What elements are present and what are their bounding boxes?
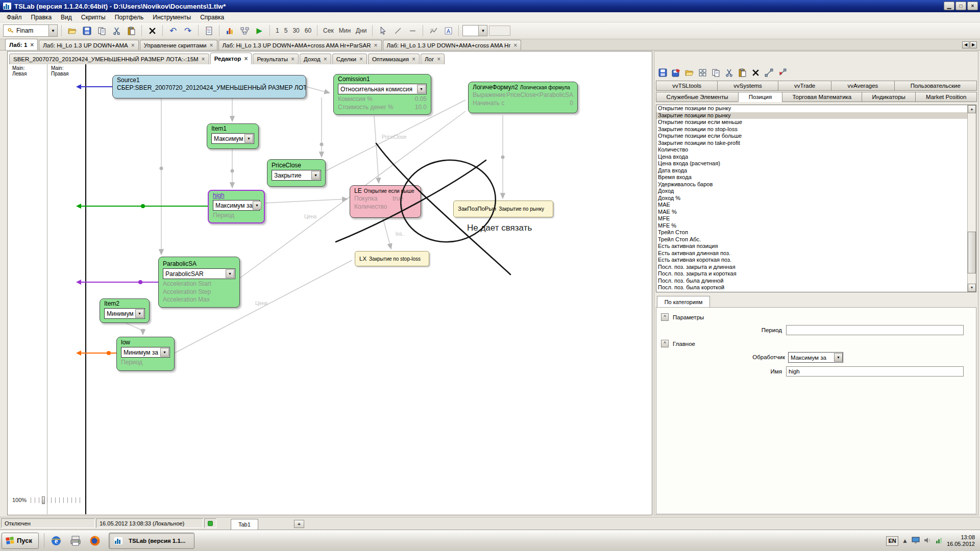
- block-close-by-market[interactable]: ЗакПозПоРын Закрытие по рынку: [453, 201, 553, 217]
- quicklaunch-firefox[interactable]: [87, 533, 103, 548]
- palette-copy-button[interactable]: [710, 67, 721, 78]
- lab-tab[interactable]: Лаб: Hi_Lo 1.3 UP DOWN+AMA ×: [39, 40, 138, 50]
- block-le[interactable]: LEОткрытие если выше Покупкаtrue Количес…: [350, 185, 421, 218]
- palette-tab[interactable]: Market Position: [915, 92, 977, 102]
- undo-button[interactable]: ↶: [166, 24, 180, 37]
- copy-button[interactable]: [95, 24, 108, 37]
- palette-item[interactable]: Открытие позиции если меньше: [656, 119, 976, 126]
- palette-item[interactable]: Открытие позиции по рынку: [656, 105, 976, 112]
- close-icon[interactable]: ×: [291, 56, 295, 62]
- doc-tab[interactable]: Оптимизация ×: [368, 54, 420, 64]
- maximize-button[interactable]: □: [955, 2, 966, 10]
- palette-item[interactable]: Трейл Стоп: [656, 229, 976, 236]
- taskbar-tslab-button[interactable]: TSLab (версия 1.1...: [109, 533, 194, 549]
- tray-display-icon[interactable]: [912, 536, 920, 546]
- palette-link-button[interactable]: [763, 67, 774, 78]
- palette-item[interactable]: Доход %: [656, 195, 976, 202]
- category-tab[interactable]: По категориям: [657, 296, 710, 308]
- block-parabolicsa[interactable]: ParabolicSA ParabolicSAR▼ Acceleration S…: [158, 257, 240, 308]
- close-icon[interactable]: ×: [412, 56, 415, 62]
- unit-button[interactable]: Мин: [337, 27, 353, 34]
- open-button[interactable]: [65, 24, 79, 37]
- palette-item[interactable]: Трейл Стоп Абс.: [656, 236, 976, 243]
- doc-tab[interactable]: Сделки ×: [332, 54, 367, 64]
- palette-unlink-button[interactable]: [776, 67, 788, 78]
- block-comission1[interactable]: Comission1 Относительная комиссия ▼ Коми…: [333, 74, 431, 115]
- close-icon[interactable]: ×: [210, 42, 213, 48]
- provider-combo[interactable]: Finam ▼: [3, 24, 58, 37]
- hline-tool-button[interactable]: [406, 24, 419, 37]
- tray-network-icon[interactable]: [935, 536, 943, 546]
- period-input[interactable]: [786, 325, 964, 335]
- properties-button[interactable]: [202, 24, 215, 37]
- palette-item[interactable]: Цена входа (расчетная): [656, 160, 976, 167]
- palette-item[interactable]: Посл. поз. закрыта и короткая: [656, 270, 976, 278]
- script-diagram-button[interactable]: [238, 24, 251, 37]
- palette-item[interactable]: MFE %: [656, 222, 976, 230]
- block-dropdown[interactable]: Минимум▼: [104, 308, 145, 319]
- close-icon[interactable]: ×: [513, 42, 517, 48]
- block-priceclose[interactable]: PriceClose Закрытие▼: [267, 159, 326, 187]
- palette-item[interactable]: Посл. поз. была короткой: [656, 284, 976, 291]
- palette-paste-button[interactable]: [737, 67, 748, 78]
- close-icon[interactable]: ×: [359, 56, 363, 62]
- tray-volume-icon[interactable]: [923, 536, 932, 546]
- name-input[interactable]: [786, 366, 964, 377]
- lab-tab[interactable]: Управление скриптами ×: [140, 40, 217, 50]
- palette-item[interactable]: Открытие позиции если больше: [656, 133, 976, 140]
- block-dropdown[interactable]: Закрытие▼: [272, 170, 321, 181]
- close-icon[interactable]: ×: [244, 56, 248, 62]
- block-source1[interactable]: Source1 СБЕР:SBER_20070720_20120424_УМЕН…: [112, 75, 306, 98]
- doc-tab[interactable]: Редактор ×: [210, 53, 252, 64]
- lab-tab[interactable]: Лаб: Hi_Lo 1.3 UP DOWN+AMA+cross AMA Hr …: [383, 40, 522, 50]
- palette-item[interactable]: Цена входа: [656, 154, 976, 161]
- workspace-tab[interactable]: Tab1: [231, 519, 258, 530]
- palette-item[interactable]: Посл. поз. закрыта и длинная: [656, 264, 976, 271]
- paste-button[interactable]: [125, 24, 138, 37]
- select-tool-button[interactable]: [376, 24, 389, 37]
- palette-item[interactable]: Есть активная длинная поз.: [656, 250, 976, 257]
- palette-saveas-button[interactable]: [670, 67, 681, 78]
- delete-button[interactable]: [145, 24, 159, 37]
- scroll-up-icon[interactable]: ▲: [968, 105, 976, 113]
- menu-item[interactable]: Правка: [27, 13, 57, 22]
- chart-button[interactable]: [223, 24, 236, 37]
- doc-tab[interactable]: Результаты ×: [253, 54, 299, 64]
- block-dropdown[interactable]: Максимум за▼: [213, 200, 260, 211]
- block-dropdown[interactable]: Относительная комиссия ▼: [338, 84, 427, 94]
- scrollbar-thumb[interactable]: [968, 232, 976, 273]
- palette-tab[interactable]: Индикаторы: [862, 92, 916, 102]
- block-high[interactable]: high Максимум за▼ Период: [208, 190, 265, 223]
- line-tool-button[interactable]: [391, 24, 404, 37]
- block-logic-formula2[interactable]: ЛогичеФормул2Логическая формула Выражени…: [468, 82, 578, 113]
- block-dropdown[interactable]: ParabolicSAR▼: [163, 268, 235, 279]
- close-icon[interactable]: ×: [324, 56, 327, 62]
- menu-item[interactable]: Скрипты: [77, 13, 110, 22]
- palette-item[interactable]: Доход: [656, 188, 976, 195]
- zoom-slider[interactable]: [31, 497, 84, 503]
- close-icon[interactable]: ×: [374, 42, 378, 48]
- lab-tab[interactable]: Лаб: 1 ×: [5, 39, 38, 50]
- block-dropdown[interactable]: Максимум▼: [211, 133, 254, 144]
- run-button[interactable]: ▶: [253, 24, 266, 37]
- doc-tab[interactable]: SBER_20070720_20120424_УМЕНЬШЕННЫЙ РАЗМЕ…: [9, 54, 209, 64]
- redo-button[interactable]: ↷: [181, 24, 194, 37]
- language-indicator[interactable]: EN: [886, 536, 898, 546]
- unit-button[interactable]: Дни: [354, 27, 369, 34]
- quicklaunch-browser[interactable]: e: [48, 533, 64, 548]
- start-button[interactable]: Пуск: [2, 533, 39, 549]
- block-low[interactable]: low Минимум за▼ Период: [116, 337, 175, 371]
- cut-button[interactable]: [110, 24, 123, 37]
- palette-item[interactable]: Удерживалось баров: [656, 181, 976, 188]
- menu-item[interactable]: Инструменты: [148, 13, 195, 22]
- palette-item[interactable]: Количество: [656, 146, 976, 154]
- palette-tab[interactable]: vvSystems: [717, 81, 778, 91]
- menu-item[interactable]: Портфель: [110, 13, 149, 22]
- palette-item[interactable]: Посл. поз. была длинной: [656, 278, 976, 285]
- doc-tab[interactable]: Лог ×: [421, 54, 445, 64]
- palette-tab[interactable]: Служебные Элементы: [656, 92, 739, 102]
- menu-item[interactable]: Файл: [2, 13, 27, 22]
- palette-save-button[interactable]: [657, 67, 668, 78]
- palette-item[interactable]: MAE: [656, 202, 976, 209]
- collapse-icon[interactable]: ^: [661, 313, 669, 321]
